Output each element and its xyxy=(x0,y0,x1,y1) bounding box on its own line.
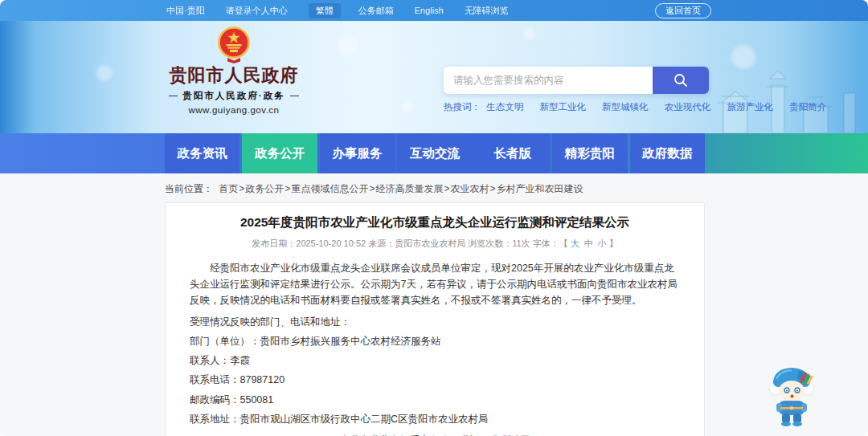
topbar-link-china-guiyang[interactable]: 中国·贵阳 xyxy=(166,5,205,17)
bokeh-decoration xyxy=(522,27,535,40)
breadcrumb-rural-industry[interactable]: 乡村产业和农田建设 xyxy=(496,183,583,194)
breadcrumb-separator: > xyxy=(369,183,375,194)
search-input[interactable] xyxy=(444,67,653,94)
topbar-link-login-center[interactable]: 请登录个人中心 xyxy=(226,5,288,17)
nav-tab-zhengfu-shuju[interactable]: 政府数据 xyxy=(630,133,705,173)
breadcrumb-economy[interactable]: 经济高质量发展 xyxy=(375,183,443,194)
main-nav: 政务资讯 政务公开 办事服务 互动交流 长者版 精彩贵阳 政府数据 xyxy=(0,133,868,173)
mascot-icon[interactable] xyxy=(767,364,817,428)
font-size-small-button[interactable]: 小 xyxy=(598,238,607,248)
topbar-link-gov-mail[interactable]: 公务邮箱 xyxy=(358,5,394,17)
breadcrumb-separator: > xyxy=(285,183,290,194)
topbar-link-traditional[interactable]: 繁體 xyxy=(309,3,341,18)
breadcrumb-separator: > xyxy=(489,183,495,194)
article-card: 2025年度贵阳市农业产业化市级重点龙头企业运行监测和评定结果公示 发布日期：2… xyxy=(165,202,705,436)
article-intro-paragraph: 经贵阳市农业产业化市级重点龙头企业联席会议成员单位审定，现对2025年开展的农业… xyxy=(190,260,680,308)
source-label: 来源： xyxy=(368,238,395,248)
font-bracket-close: 】 xyxy=(609,238,618,248)
source-value: 贵阳市农业农村局 xyxy=(395,238,465,248)
hot-search-row: 热搜词： 生态文明 新型工业化 新型城镇化 农业现代化 旅游产业化 贵阳简介 xyxy=(444,101,709,113)
site-subtitle-row: 贵阳市人民政府·政务 xyxy=(169,90,299,102)
national-emblem-icon xyxy=(215,26,252,64)
hot-link-industry[interactable]: 新型工业化 xyxy=(539,102,586,112)
publish-date-value: 2025-10-20 10:52 xyxy=(296,238,366,248)
views-value: 11次 xyxy=(512,238,530,248)
article-meta: 发布日期：2025-10-20 10:52 来源：贵阳市农业农村局 浏览次数：1… xyxy=(190,238,680,250)
site-subtitle: 贵阳市人民政府·政务 xyxy=(182,90,285,102)
nav-tab-zhangzhe-ban[interactable]: 长者版 xyxy=(475,133,550,173)
top-utility-bar: 中国·贵阳 请登录个人中心 繁體 公务邮箱 English 无障碍浏览 返回首页 xyxy=(0,0,868,21)
nav-tab-zhengwu-gongkai[interactable]: 政务公开 xyxy=(242,133,317,173)
search-area: 热搜词： 生态文明 新型工业化 新型城镇化 农业现代化 旅游产业化 贵阳简介 xyxy=(444,67,709,113)
contact-person: 联系人：李霞 xyxy=(190,353,680,368)
bokeh-decoration xyxy=(96,65,113,81)
nav-tab-zhengwu-zixun[interactable]: 政务资讯 xyxy=(165,133,240,173)
font-size-large-button[interactable]: 大 xyxy=(571,238,579,248)
topbar-link-accessibility[interactable]: 无障碍浏览 xyxy=(465,5,509,17)
hot-search-label: 热搜词： xyxy=(444,102,481,112)
cityscape-decoration xyxy=(707,61,868,133)
nav-tab-banshi-fuwu[interactable]: 办事服务 xyxy=(320,133,395,173)
breadcrumb-label: 当前位置： xyxy=(165,183,213,194)
breadcrumb: 当前位置： 首页>政务公开>重点领域信息公开>经济高质量发展>农业农村>乡村产业… xyxy=(0,173,868,202)
contact-section-heading: 受理情况反映的部门、电话和地址： xyxy=(190,315,680,329)
hot-link-tourism[interactable]: 旅游产业化 xyxy=(727,102,774,112)
page: 中国·贵阳 请登录个人中心 繁體 公务邮箱 English 无障碍浏览 返回首页 xyxy=(0,0,868,436)
search-bar xyxy=(444,67,709,94)
nav-tab-jingcai-guiyang[interactable]: 精彩贵阳 xyxy=(552,133,627,173)
contact-address: 联系地址：贵阳市观山湖区市级行政中心二期C区贵阳市农业农村局 xyxy=(190,412,680,426)
article-title: 2025年度贵阳市农业产业化市级重点龙头企业运行监测和评定结果公示 xyxy=(190,214,680,231)
site-name: 贵阳市人民政府 xyxy=(169,66,299,85)
breadcrumb-agriculture[interactable]: 农业农村 xyxy=(450,183,489,194)
breadcrumb-zhengwu-gongkai[interactable]: 政务公开 xyxy=(245,183,284,194)
breadcrumb-separator: > xyxy=(239,183,244,194)
breadcrumb-key-areas[interactable]: 重点领域信息公开 xyxy=(291,183,368,194)
font-bracket-open: 【 xyxy=(559,238,568,248)
article-body: 经贵阳市农业产业化市级重点龙头企业联席会议成员单位审定，现对2025年开展的农业… xyxy=(190,260,680,436)
search-icon xyxy=(673,72,689,88)
font-size-label: 字体： xyxy=(533,238,559,248)
nav-tab-hudong-jiaoliu[interactable]: 互动交流 xyxy=(397,133,472,173)
breadcrumb-separator: > xyxy=(444,183,449,194)
bokeh-decoration xyxy=(402,101,413,112)
content-area: 当前位置： 首页>政务公开>重点领域信息公开>经济高质量发展>农业农村>乡村产业… xyxy=(0,173,868,436)
hot-link-guiyang-intro[interactable]: 贵阳简介 xyxy=(789,102,826,112)
hot-link-urbanization[interactable]: 新型城镇化 xyxy=(602,102,649,112)
topbar-link-english[interactable]: English xyxy=(415,6,444,15)
bokeh-decoration xyxy=(338,35,358,56)
search-button[interactable] xyxy=(653,67,709,94)
site-header: 贵阳市人民政府 贵阳市人民政府·政务 www.guiyang.gov.cn 热搜… xyxy=(0,21,868,133)
contact-department: 部门（单位）：贵阳市乡村振兴服务中心农村经济服务站 xyxy=(190,334,680,348)
hot-link-ecology[interactable]: 生态文明 xyxy=(486,102,523,112)
back-to-home-button[interactable]: 返回首页 xyxy=(655,3,711,18)
publish-date-label: 发布日期： xyxy=(252,238,296,248)
contact-phone: 联系电话：87987120 xyxy=(190,373,680,387)
breadcrumb-home[interactable]: 首页 xyxy=(219,183,238,194)
site-url: www.guiyang.gov.cn xyxy=(169,105,299,115)
views-label: 浏览次数： xyxy=(468,238,512,248)
contact-postcode: 邮政编码：550081 xyxy=(190,393,680,407)
hot-link-agriculture[interactable]: 农业现代化 xyxy=(665,102,711,112)
site-logo[interactable]: 贵阳市人民政府 贵阳市人民政府·政务 www.guiyang.gov.cn xyxy=(169,26,299,115)
font-size-medium-button[interactable]: 中 xyxy=(584,238,593,248)
